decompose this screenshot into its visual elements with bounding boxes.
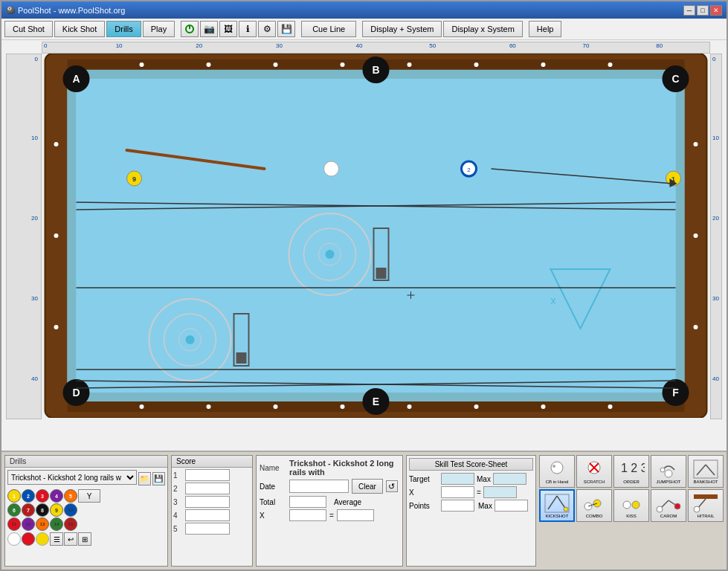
y-button[interactable]: Y [78, 489, 100, 503]
combo-icon[interactable]: COMBO [576, 489, 612, 522]
ruler-mark-30: 30 [276, 42, 283, 49]
display-x-system-button[interactable]: Display x System [443, 21, 522, 37]
target-input[interactable] [441, 473, 474, 485]
date-row: Date Clear ↺ [260, 479, 399, 494]
table-section: 0 10 20 30 40 50 60 70 80 0 10 20 30 40 [1, 40, 727, 451]
refresh-icon[interactable]: ↺ [386, 480, 398, 492]
ball-14[interactable]: 14 [50, 517, 63, 531]
order-icon[interactable]: 1 2 3 ORDER [613, 455, 649, 488]
cb-in-hand-icon[interactable]: CB in Hand [539, 455, 575, 488]
svg-point-94 [665, 470, 672, 477]
ball-13[interactable]: 13 [36, 517, 49, 531]
drills-folder-button[interactable]: 📁 [138, 472, 151, 485]
arrow-icon[interactable]: ↩ [64, 532, 77, 546]
ruler-mark-20: 20 [196, 42, 202, 49]
total-input[interactable] [289, 496, 326, 508]
max2-input[interactable] [495, 500, 528, 512]
ball-red-solid[interactable] [22, 532, 35, 546]
svg-point-26 [694, 325, 698, 329]
kick-shot-button[interactable]: Kick Shot [54, 21, 105, 37]
ball-10[interactable]: 10 [64, 503, 77, 517]
equals2-label: = [477, 488, 481, 497]
hitrail-icon[interactable]: HITRAIL [688, 489, 724, 522]
date-label: Date [260, 483, 286, 491]
bankshot-icon[interactable]: BANKSHOT [688, 455, 724, 488]
equals-label: = [329, 512, 334, 520]
max-input[interactable] [493, 473, 526, 485]
ball-yellow-solid[interactable] [36, 532, 49, 546]
svg-line-97 [697, 465, 706, 475]
score-input-2[interactable] [185, 483, 230, 494]
cut-shot-button[interactable]: Cut Shot [4, 21, 53, 37]
ball-6[interactable]: 6 [7, 503, 21, 517]
right-ruler-30: 30 [712, 295, 719, 302]
svg-point-110 [674, 503, 680, 509]
grid-icon[interactable]: ⊞ [78, 532, 91, 546]
svg-text:9: 9 [132, 175, 136, 183]
drills-button[interactable]: Drills [106, 21, 141, 37]
ball-2[interactable]: 2 [22, 489, 35, 503]
maximize-button[interactable]: □ [697, 5, 709, 16]
toolbar: Cut Shot Kick Shot Drills Play 📷 🖼 ℹ ⚙ 💾… [1, 19, 727, 40]
left-ruler: 0 10 20 30 40 [6, 54, 42, 419]
app-layout: 0 10 20 30 40 50 60 70 80 0 10 20 30 40 [1, 40, 727, 570]
ball-9[interactable]: 9 [50, 503, 63, 517]
total-row: Total Average [260, 496, 399, 508]
camera-icon-button[interactable]: 📷 [200, 21, 218, 37]
drills-select[interactable]: Trickshot - Kickshot 2 long rails w [7, 470, 137, 485]
ball-white[interactable] [7, 532, 21, 546]
x2-input[interactable] [441, 486, 474, 498]
title-bar: 🎱 PoolShot - www.PoolShot.org ─ □ ✕ [1, 1, 727, 19]
svg-point-73 [326, 250, 335, 259]
kiss-icon[interactable]: KISS [613, 489, 649, 522]
ball-12[interactable]: 12 [22, 517, 35, 531]
ball-8[interactable]: 8 [36, 503, 49, 517]
info-icon-button[interactable]: ℹ [239, 21, 257, 37]
score-row-1: 1 [173, 469, 251, 481]
target-row: Target Max [409, 473, 533, 485]
ball-4[interactable]: 4 [50, 489, 63, 503]
clear-button[interactable]: Clear [352, 479, 383, 494]
ball-15[interactable]: 15 [64, 517, 77, 531]
ball-3[interactable]: 3 [36, 489, 49, 503]
ball-1[interactable]: 1 [7, 489, 21, 503]
svg-point-114 [694, 506, 700, 512]
display-plus-system-button[interactable]: Display + System [362, 21, 442, 37]
jumpshot-icon[interactable]: JUMPSHOT [651, 455, 686, 488]
svg-point-19 [541, 404, 546, 409]
svg-point-59 [324, 161, 339, 176]
ball-5[interactable]: 5 [64, 489, 77, 503]
svg-rect-112 [694, 494, 718, 499]
score-input-4[interactable] [185, 509, 230, 521]
settings-icon-button[interactable]: ⚙ [258, 21, 276, 37]
pool-table-container[interactable]: A B C D E [42, 54, 710, 419]
score-input-3[interactable] [185, 496, 230, 508]
kickshot-icon[interactable]: KICKSHOT [539, 489, 575, 522]
help-button[interactable]: Help [529, 21, 562, 37]
score-input-1[interactable] [185, 469, 230, 481]
power-icon-button[interactable] [181, 21, 199, 37]
points-input[interactable] [441, 500, 474, 512]
svg-point-12 [608, 62, 613, 67]
cue-line-button[interactable]: Cue Line [301, 21, 356, 37]
result2-input[interactable] [483, 486, 517, 498]
svg-rect-31 [68, 79, 77, 393]
x-input[interactable] [289, 509, 326, 521]
drills-save-button[interactable]: 💾 [152, 472, 165, 485]
save-icon-button[interactable]: 💾 [277, 21, 295, 37]
score-input-5[interactable] [185, 523, 230, 535]
close-button[interactable]: ✕ [710, 5, 722, 16]
ball-7[interactable]: 7 [22, 503, 35, 517]
carom-icon[interactable]: CAROM [651, 489, 686, 522]
scratch-icon[interactable]: SCRATCH [576, 455, 612, 488]
minimize-button[interactable]: ─ [683, 5, 695, 16]
date-input[interactable] [289, 480, 349, 493]
svg-text:A: A [72, 73, 80, 85]
result-input[interactable] [337, 509, 374, 521]
photo-icon-button[interactable]: 🖼 [219, 21, 237, 37]
right-ruler: 0 10 20 30 40 [710, 54, 722, 419]
list-icon[interactable]: ☰ [50, 532, 63, 546]
ball-11[interactable]: 11 [7, 517, 21, 531]
play-button[interactable]: Play [143, 21, 175, 37]
left-ruler-20: 20 [31, 215, 38, 222]
